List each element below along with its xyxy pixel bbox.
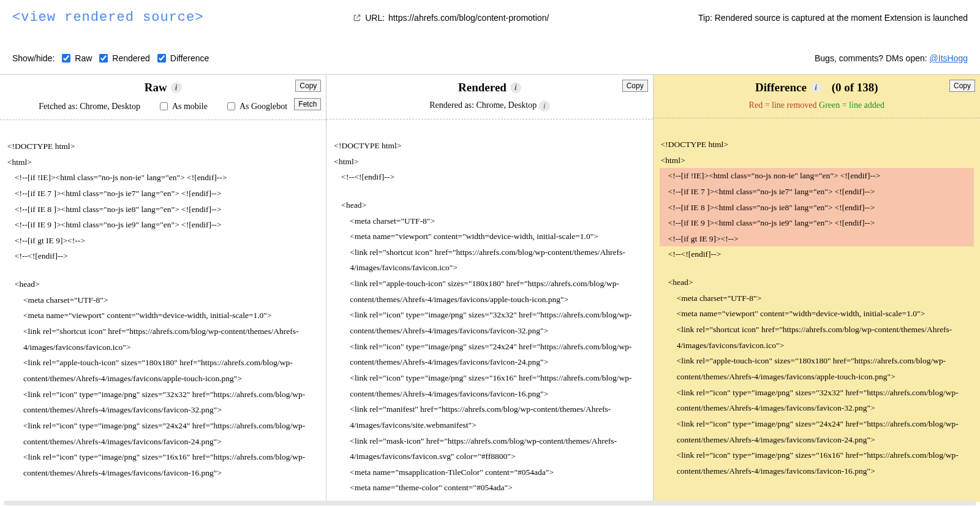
code-line[interactable]: <link rel="icon" type="image/png" sizes=… xyxy=(333,339,646,370)
as-googlebot-label: As Googlebot xyxy=(239,102,287,112)
toolbar: Show/hide: Raw Rendered Difference Bugs,… xyxy=(0,29,980,75)
toggle-rendered[interactable]: Rendered xyxy=(97,52,150,64)
legend-removed: Red = line removed xyxy=(749,100,817,110)
code-line[interactable]: <!--[if gt IE 9]><!--> xyxy=(660,231,974,247)
code-line[interactable]: <link rel="icon" type="image/png" sizes=… xyxy=(6,418,320,449)
code-line[interactable]: <!--[if IE 8 ]><html class="no-js ie8" l… xyxy=(6,202,320,218)
url-value: https://ahrefs.com/blog/content-promotio… xyxy=(388,13,549,23)
toggle-difference[interactable]: Difference xyxy=(155,52,209,64)
difference-title: Difference xyxy=(755,81,807,94)
code-line[interactable]: <link rel="icon" type="image/png" sizes=… xyxy=(333,307,646,338)
fetch-button[interactable]: Fetch xyxy=(294,98,321,110)
column-rendered: Rendered i Copy Rendered as: Chrome, Des… xyxy=(326,75,653,502)
code-line[interactable]: <link rel="icon" type="image/png" sizes=… xyxy=(660,416,974,447)
toggle-difference-checkbox[interactable] xyxy=(157,54,166,63)
info-icon[interactable]: i xyxy=(810,82,821,93)
show-hide-label: Show/hide: xyxy=(12,53,55,63)
toggle-raw-label: Raw xyxy=(75,53,92,63)
code-line[interactable]: <meta name="viewport" content="width=dev… xyxy=(333,229,646,245)
columns: Raw i Copy Fetched as: Chrome, Desktop A… xyxy=(0,75,980,502)
toggle-difference-label: Difference xyxy=(170,53,209,63)
show-hide-group: Show/hide: Raw Rendered Difference xyxy=(12,52,209,64)
toggle-rendered-checkbox[interactable] xyxy=(99,54,108,63)
raw-title: Raw xyxy=(145,81,167,94)
code-line[interactable]: <link rel="icon" type="image/png" sizes=… xyxy=(333,370,646,401)
code-line[interactable] xyxy=(333,185,646,197)
raw-subheader: Fetched as: Chrome, Desktop As mobile As… xyxy=(0,98,326,120)
url-label: URL: xyxy=(365,13,385,23)
info-icon[interactable]: i xyxy=(510,82,521,93)
rendered-header: Rendered i Copy xyxy=(326,75,652,98)
as-mobile-option[interactable]: As mobile xyxy=(157,100,208,112)
code-line[interactable]: <link rel="shortcut icon" href="https://… xyxy=(333,245,646,276)
info-icon[interactable]: i xyxy=(171,82,182,93)
difference-header: Difference i (0 of 138) Copy xyxy=(654,75,980,98)
code-line[interactable]: <meta charset="UTF-8"> xyxy=(660,290,974,306)
app-title: <view rendered source> xyxy=(12,10,203,25)
external-link-icon xyxy=(353,13,361,22)
code-line[interactable]: <meta name="theme-color" content="#054ad… xyxy=(333,480,646,496)
code-line[interactable]: <!--[if IE 7 ]><html class="no-js ie7" l… xyxy=(6,186,320,202)
code-line[interactable]: <meta charset="UTF-8"> xyxy=(6,292,320,308)
code-line[interactable]: <link rel="icon" type="image/png" sizes=… xyxy=(660,385,974,416)
code-line[interactable]: <!--[if IE 8 ]><html class="no-js ie8" l… xyxy=(660,200,974,216)
code-line[interactable]: <meta charset="UTF-8"> xyxy=(333,213,646,229)
code-line[interactable]: <link rel="apple-touch-icon" sizes="180x… xyxy=(660,353,974,384)
feedback-link[interactable]: @ItsHogg xyxy=(930,53,968,63)
raw-code[interactable]: <!DOCTYPE html><html><!--[if !IE]><html … xyxy=(0,120,326,487)
toggle-raw-checkbox[interactable] xyxy=(62,54,70,63)
copy-raw-button[interactable]: Copy xyxy=(295,80,321,92)
code-line[interactable]: <!--[if IE 7 ]><html class="no-js ie7" l… xyxy=(660,184,974,200)
tip-text: Tip: Rendered source is captured at the … xyxy=(698,13,968,23)
code-line[interactable]: <link rel="manifest" href="https://ahref… xyxy=(333,401,646,433)
code-line[interactable]: <!--<![endif]--> xyxy=(333,169,646,185)
difference-code[interactable]: <!DOCTYPE html><html><!--[if !IE]><html … xyxy=(654,118,980,485)
code-line[interactable]: <!--<![endif]--> xyxy=(6,248,320,264)
code-line[interactable]: <link rel="icon" type="image/png" sizes=… xyxy=(6,387,320,418)
copy-difference-button[interactable]: Copy xyxy=(949,80,975,92)
code-line[interactable]: <meta name="viewport" content="width=dev… xyxy=(6,308,320,324)
code-line[interactable] xyxy=(660,262,974,275)
code-line[interactable]: <!DOCTYPE html> xyxy=(660,137,974,153)
code-line[interactable]: <link rel="shortcut icon" href="https://… xyxy=(660,322,974,353)
code-line[interactable] xyxy=(6,264,320,276)
code-line[interactable]: <link rel="apple-touch-icon" sizes="180x… xyxy=(333,276,646,307)
code-line[interactable]: <head> xyxy=(6,276,320,292)
code-line[interactable]: <link rel="shortcut icon" href="https://… xyxy=(6,324,320,355)
copy-rendered-button[interactable]: Copy xyxy=(622,80,648,92)
code-line[interactable]: <!--[if !IE]><html class="no-js non-ie" … xyxy=(6,170,320,186)
code-line[interactable]: <!--[if gt IE 9]><!--> xyxy=(6,233,320,249)
code-line[interactable]: <html> xyxy=(6,154,320,170)
code-line[interactable]: <!DOCTYPE html> xyxy=(6,138,320,154)
code-line[interactable]: <!--[if IE 9 ]><html class="no-js ie9" l… xyxy=(6,217,320,233)
rendered-code[interactable]: <!DOCTYPE html><html><!--<![endif]--><he… xyxy=(326,119,652,502)
code-line[interactable]: <!--[if !IE]><html class="no-js non-ie" … xyxy=(660,168,974,184)
code-line[interactable]: <link rel="icon" type="image/png" sizes=… xyxy=(660,447,974,479)
code-line[interactable]: <link rel="mask-icon" href="https://ahre… xyxy=(333,433,646,464)
info-icon[interactable]: i xyxy=(539,100,550,112)
code-line[interactable]: <head> xyxy=(333,197,646,213)
horizontal-scrollbar[interactable] xyxy=(4,501,976,502)
raw-fetched-as: Fetched as: Chrome, Desktop xyxy=(39,102,140,112)
as-mobile-checkbox[interactable] xyxy=(160,102,168,110)
code-line[interactable]: <!--<![endif]--> xyxy=(660,246,974,262)
code-line[interactable]: <head> xyxy=(660,275,974,290)
rendered-subheader: Rendered as: Chrome, Desktop i xyxy=(326,98,652,119)
difference-legend: Red = line removed Green = line added xyxy=(654,98,980,118)
as-googlebot-checkbox[interactable] xyxy=(227,102,235,110)
code-line[interactable]: <html> xyxy=(660,153,974,169)
code-line[interactable]: <!--[if IE 9 ]><html class="no-js ie9" l… xyxy=(660,215,974,231)
code-line[interactable]: <!DOCTYPE html> xyxy=(333,138,646,154)
header: <view rendered source> URL: https://ahre… xyxy=(0,0,980,29)
raw-header: Raw i Copy xyxy=(0,75,326,98)
as-googlebot-option[interactable]: As Googlebot xyxy=(225,100,287,112)
difference-counter: (0 of 138) xyxy=(832,81,878,94)
code-line[interactable]: <link rel="icon" type="image/png" sizes=… xyxy=(6,449,320,480)
column-difference: Difference i (0 of 138) Copy Red = line … xyxy=(654,75,980,502)
code-line[interactable]: <meta name="viewport" content="width=dev… xyxy=(660,306,974,322)
code-line[interactable]: <link rel="apple-touch-icon" sizes="180x… xyxy=(6,355,320,386)
toggle-raw[interactable]: Raw xyxy=(59,52,92,64)
code-line[interactable]: <meta name="msapplication-TileColor" con… xyxy=(333,464,646,480)
code-line[interactable]: <html> xyxy=(333,154,646,170)
feedback-text: Bugs, comments? DMs open: xyxy=(815,53,930,63)
